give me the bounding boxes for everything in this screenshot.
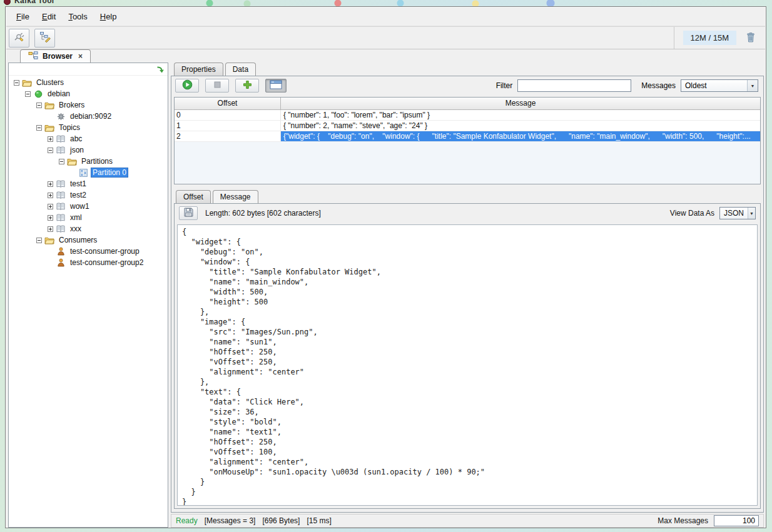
offset-cell: 1 <box>175 121 281 131</box>
expand-toggle[interactable] <box>48 215 53 221</box>
expand-toggle[interactable] <box>48 181 53 187</box>
tree-item-topics[interactable]: Topics <box>9 122 168 133</box>
menu-file[interactable]: File <box>11 9 34 24</box>
tree-item-label: Brokers <box>57 100 86 110</box>
tree-item-label: Topics <box>57 123 82 133</box>
message-cell: { "number": 1, "foo": "lorem", "bar": "i… <box>281 110 760 120</box>
tree-item-test-consumer-group2[interactable]: test-consumer-group2 <box>9 257 168 268</box>
tree-item-label: Clusters <box>34 78 66 88</box>
folder-icon <box>44 101 54 110</box>
tab-browser-label: Browser <box>43 52 73 61</box>
collapse-toggle[interactable] <box>25 91 31 97</box>
stop-button[interactable] <box>205 79 229 93</box>
memory-usage-badge: 12M / 15M <box>683 31 736 45</box>
column-header-offset[interactable]: Offset <box>175 98 281 109</box>
main-toolbar: 12M / 15M <box>6 26 765 49</box>
tree-item-abc[interactable]: abc <box>9 133 168 144</box>
collapse-toggle[interactable] <box>14 80 19 86</box>
expand-toggle[interactable] <box>48 226 53 232</box>
status-ready: Ready <box>176 516 198 525</box>
tree-item-test-consumer-group[interactable]: test-consumer-group <box>9 246 168 257</box>
chevron-down-icon: ▼ <box>747 80 758 91</box>
status-message-count: [Messages = 3] <box>205 516 256 525</box>
tree-item-debian-9092[interactable]: debian:9092 <box>9 111 168 122</box>
menu-help[interactable]: Help <box>95 9 122 24</box>
messages-label: Messages <box>641 81 676 90</box>
expand-toggle[interactable] <box>48 193 53 198</box>
message-json-viewer[interactable]: { "widget": { "debug": "on", "window": {… <box>177 224 758 506</box>
collapse-toggle[interactable] <box>36 238 42 243</box>
tree-item-label: abc <box>68 134 84 144</box>
topic-icon <box>56 146 66 155</box>
tree-item-label: xml <box>68 213 84 223</box>
tree-item-test2[interactable]: test2 <box>9 189 168 201</box>
garbage-collect-button[interactable] <box>743 30 759 46</box>
add-cluster-button[interactable] <box>9 29 29 48</box>
tab-message[interactable]: Message <box>213 190 258 203</box>
tab-data[interactable]: Data <box>225 63 256 76</box>
topic-icon <box>56 213 66 223</box>
tree-item-debian[interactable]: debian <box>9 88 168 99</box>
tree-item-test1[interactable]: test1 <box>9 178 168 189</box>
table-row[interactable]: 0{ "number": 1, "foo": "lorem", "bar": "… <box>175 110 760 121</box>
max-messages-input[interactable] <box>714 515 759 526</box>
consumer-icon <box>56 258 66 268</box>
tree-item-label: wow1 <box>68 201 91 211</box>
status-elapsed: [15 ms] <box>307 516 331 525</box>
folder-icon <box>44 123 54 133</box>
cluster-icon <box>33 89 43 99</box>
column-header-message[interactable]: Message <box>281 98 760 109</box>
tree-item-xml[interactable]: xml <box>9 212 168 223</box>
tab-browser[interactable]: Browser × <box>20 49 91 63</box>
tree-item-consumers[interactable]: Consumers <box>9 234 168 246</box>
tree-item-partition-0[interactable]: Partition 0 <box>9 167 168 178</box>
expand-toggle[interactable] <box>48 204 53 209</box>
tab-properties[interactable]: Properties <box>174 63 223 76</box>
close-icon[interactable]: × <box>78 52 83 61</box>
table-row[interactable]: 2{"widget": { "debug": "on", "window": {… <box>175 131 760 142</box>
menu-edit[interactable]: Edit <box>37 9 61 24</box>
tree-item-label: Partition 0 <box>91 168 128 178</box>
edit-tree-button[interactable] <box>34 29 55 48</box>
tree-item-json[interactable]: json <box>9 144 168 156</box>
tree-item-label: json <box>68 145 86 155</box>
browser-tree-icon <box>28 51 38 61</box>
detail-toolbar: Length: 602 bytes [602 characters] View … <box>175 204 760 223</box>
tree-item-clusters[interactable]: Clusters <box>9 77 168 88</box>
cluster-tree: ClustersdebianBrokersdebian:9092Topicsab… <box>9 77 168 527</box>
data-tab-content: Filter Messages Oldest ▼ Offset Message … <box>171 76 764 513</box>
tree-item-label: Partitions <box>79 156 114 166</box>
collapse-toggle[interactable] <box>59 159 64 164</box>
menu-tools[interactable]: Tools <box>63 9 92 24</box>
collapse-toggle[interactable] <box>36 125 42 131</box>
collapse-toggle[interactable] <box>48 148 53 153</box>
topic-icon <box>56 191 66 200</box>
add-message-button[interactable] <box>235 79 259 93</box>
trash-icon <box>746 32 756 44</box>
tree-item-xxx[interactable]: xxx <box>9 223 168 234</box>
view-data-as-select[interactable]: JSON ▼ <box>719 207 756 219</box>
filter-input[interactable] <box>517 79 631 92</box>
offset-cell: 0 <box>175 110 281 120</box>
message-detail-section: Offset Message Length: 602 bytes [602 ch… <box>174 190 761 509</box>
topic-icon <box>56 134 66 144</box>
messages-order-select[interactable]: Oldest ▼ <box>681 79 758 92</box>
play-button[interactable] <box>175 79 199 93</box>
tree-item-partitions[interactable]: Partitions <box>9 156 168 167</box>
tree-item-brokers[interactable]: Brokers <box>9 99 168 111</box>
tree-item-label: test2 <box>68 190 88 200</box>
minimize-panel-icon[interactable] <box>156 65 165 74</box>
tree-item-label: debian:9092 <box>68 111 113 121</box>
tree-item-label: Consumers <box>57 235 99 245</box>
expand-toggle[interactable] <box>48 136 53 142</box>
save-message-button[interactable] <box>179 206 198 220</box>
tree-item-wow1[interactable]: wow1 <box>9 201 168 212</box>
folder-icon <box>44 236 54 245</box>
table-row[interactable]: 1{ "number": 2, "name": "steve", "age": … <box>175 121 760 131</box>
topic-panel: Properties Data <box>171 63 764 528</box>
message-table-body: 0{ "number": 1, "foo": "lorem", "bar": "… <box>175 110 760 142</box>
collapse-toggle[interactable] <box>36 103 42 108</box>
tab-offset[interactable]: Offset <box>176 190 211 203</box>
gear-icon <box>56 112 66 121</box>
toggle-detail-panel-button[interactable] <box>265 79 287 93</box>
